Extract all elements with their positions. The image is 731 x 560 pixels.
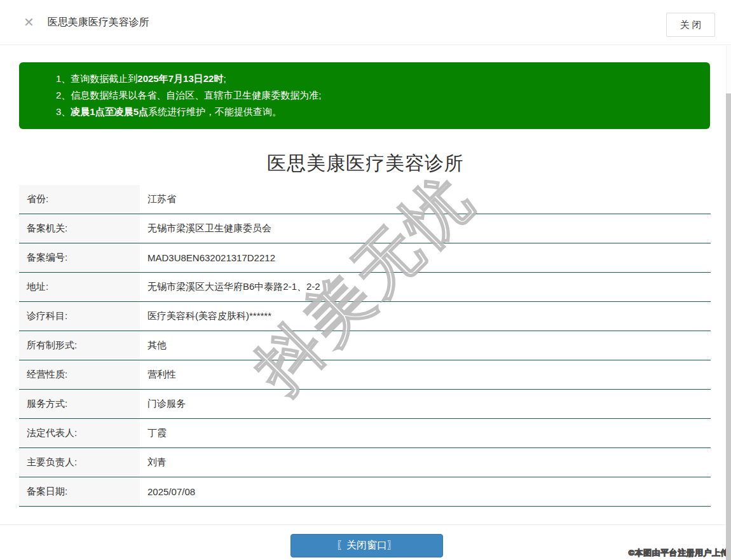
page-header-title: 医思美康医疗美容诊所 xyxy=(48,16,149,29)
row-value: 无锡市梁溪区大运华府B6中泰路2-1、2-2 xyxy=(140,273,711,301)
header: ✕ 医思美康医疗美容诊所 关 闭 xyxy=(0,0,731,45)
row-label: 经营性质: xyxy=(19,360,140,389)
notice-text-segment: 查询数据截止到 xyxy=(71,73,137,84)
notice-line: 3、凌晨1点至凌晨5点系统进行维护，不能提供查询。 xyxy=(56,104,697,120)
row-label: 法定代表人: xyxy=(19,419,140,447)
footer-divider xyxy=(0,524,731,525)
table-row: 诊疗科目:医疗美容科(美容皮肤科)****** xyxy=(19,302,711,331)
notice-text-segment: 系统进行维护，不能提供查询。 xyxy=(148,106,282,117)
clinic-title: 医思美康医疗美容诊所 xyxy=(0,151,731,177)
notice-line-number: 3、 xyxy=(56,106,71,117)
close-window-button[interactable]: 〖关闭窗口〗 xyxy=(290,534,443,557)
row-label: 主要负责人: xyxy=(19,448,140,477)
row-value: 2025/07/08 xyxy=(140,477,711,506)
notice-text-segment: ; xyxy=(223,73,226,84)
table-row: 法定代表人:丁霞 xyxy=(19,419,711,448)
row-label: 备案日期: xyxy=(19,477,140,506)
table-row: 备案机关:无锡市梁溪区卫生健康委员会 xyxy=(19,214,711,243)
row-value: 丁霞 xyxy=(140,419,711,447)
notice-banner: 1、查询数据截止到2025年7月13日22时;2、信息数据结果以各省、自治区、直… xyxy=(19,62,710,129)
table-row: 所有制形式:其他 xyxy=(19,331,711,360)
row-value: 无锡市梁溪区卫生健康委员会 xyxy=(140,214,711,243)
row-value: 江苏省 xyxy=(140,185,711,214)
close-icon[interactable]: ✕ xyxy=(24,16,34,29)
row-value: 营利性 xyxy=(140,360,711,389)
table-row: 主要负责人:刘青 xyxy=(19,448,711,477)
row-value: 其他 xyxy=(140,331,711,360)
table-row: 备案日期:2025/07/08 xyxy=(19,477,711,507)
scrollbar-track[interactable] xyxy=(726,46,731,560)
row-label: 备案机关: xyxy=(19,214,140,243)
row-label: 诊疗科目: xyxy=(19,302,140,331)
row-label: 备案编号: xyxy=(19,243,140,272)
row-value: 医疗美容科(美容皮肤科)****** xyxy=(140,302,711,331)
row-label: 服务方式: xyxy=(19,390,140,418)
notice-text-segment: 信息数据结果以各省、自治区、直辖市卫生健康委数据为准; xyxy=(71,90,321,100)
table-row: 备案编号:MAD3U8EN632021317D2212 xyxy=(19,243,711,273)
table-row: 服务方式:门诊服务 xyxy=(19,390,711,419)
upload-credit: ©本图由平台注册用户上传 xyxy=(628,547,729,559)
row-value: 刘青 xyxy=(140,448,711,477)
notice-line: 2、信息数据结果以各省、自治区、直辖市卫生健康委数据为准; xyxy=(56,87,697,104)
info-table: 省份:江苏省备案机关:无锡市梁溪区卫生健康委员会备案编号:MAD3U8EN632… xyxy=(19,185,711,507)
notice-text-segment: 2025年7月13日22时 xyxy=(137,73,223,84)
notice-text-segment: 凌晨1点至凌晨5点 xyxy=(71,106,148,117)
table-row: 地址:无锡市梁溪区大运华府B6中泰路2-1、2-2 xyxy=(19,273,711,302)
row-value: MAD3U8EN632021317D2212 xyxy=(140,243,711,272)
table-row: 经营性质:营利性 xyxy=(19,360,711,390)
popup-window: ✕ 医思美康医疗美容诊所 关 闭 1、查询数据截止到2025年7月13日22时;… xyxy=(0,0,731,560)
notice-line-number: 2、 xyxy=(56,90,71,100)
row-label: 地址: xyxy=(19,273,140,301)
row-value: 门诊服务 xyxy=(140,390,711,418)
notice-line: 1、查询数据截止到2025年7月13日22时; xyxy=(56,71,697,87)
close-button[interactable]: 关 闭 xyxy=(666,13,715,37)
row-label: 省份: xyxy=(19,185,140,214)
table-row: 省份:江苏省 xyxy=(19,185,711,214)
notice-line-number: 1、 xyxy=(56,73,71,84)
scrollbar-thumb[interactable] xyxy=(726,93,731,560)
row-label: 所有制形式: xyxy=(19,331,140,360)
